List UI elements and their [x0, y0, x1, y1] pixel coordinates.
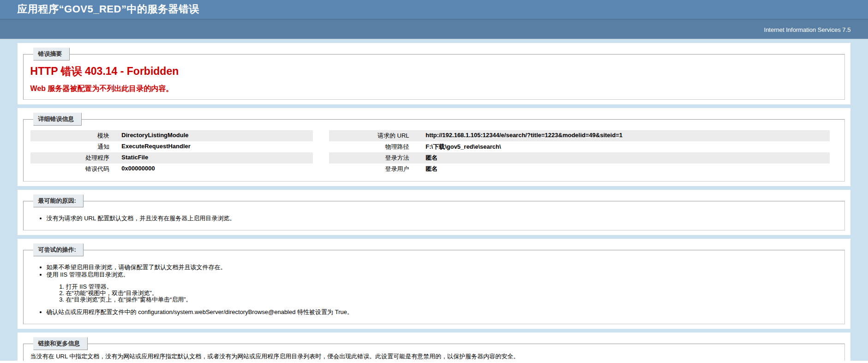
links-more-info-section: 链接和更多信息 当没有在 URL 中指定文档，没有为网站或应用程序指定默认文档，… [18, 333, 851, 363]
action-text: 如果不希望启用目录浏览，请确保配置了默认文档并且该文件存在。 [47, 264, 227, 271]
step-item: 在“目录浏览”页上，在“操作”窗格中单击“启用”。 [66, 296, 838, 303]
detail-value: 匿名 [419, 152, 830, 163]
things-to-try-legend: 可尝试的操作: [33, 243, 84, 256]
detailed-error-fieldset: 详细错误信息 模块 DirectoryListingModule 通知 Exec… [23, 113, 845, 182]
detail-label: 物理路径 [329, 141, 419, 152]
server-version-bar: Internet Information Services 7.5 [0, 19, 868, 39]
detail-value: ExecuteRequestHandler [115, 141, 313, 152]
table-row: 通知 ExecuteRequestHandler [30, 141, 313, 152]
http-error-title: HTTP 错误 403.14 - Forbidden [30, 64, 838, 79]
causes-list: 没有为请求的 URL 配置默认文档，并且没有在服务器上启用目录浏览。 [33, 215, 838, 222]
detail-label: 错误代码 [30, 163, 115, 175]
more-info-paragraph: 当没有在 URL 中指定文档，没有为网站或应用程序指定默认文档，或者没有为网站或… [30, 353, 838, 360]
details-left-column: 模块 DirectoryListingModule 通知 ExecuteRequ… [30, 128, 313, 176]
detail-value: F:\下载\gov5_red\e\search\ [419, 141, 830, 152]
things-to-try-fieldset: 可尝试的操作: 如果不希望启用目录浏览，请确保配置了默认文档并且该文件存在。 使… [23, 243, 845, 324]
details-right-table: 请求的 URL http://192.168.1.105:12344/e/sea… [329, 130, 830, 175]
page-title: 应用程序“GOV5_RED”中的服务器错误 [18, 2, 851, 16]
detail-label: 通知 [30, 141, 115, 152]
table-row: 处理程序 StaticFile [30, 152, 313, 163]
bottom-edge-strip [0, 361, 868, 363]
page-header: 应用程序“GOV5_RED”中的服务器错误 [0, 0, 868, 19]
error-summary-fieldset: 错误摘要 HTTP 错误 403.14 - Forbidden Web 服务器被… [23, 48, 845, 100]
detail-label: 处理程序 [30, 152, 115, 163]
steps-list: 打开 IIS 管理器。 在“功能”视图中，双击“目录浏览”。 在“目录浏览”页上… [47, 284, 838, 303]
step-item: 在“功能”视图中，双击“目录浏览”。 [66, 290, 838, 296]
detail-value: StaticFile [115, 152, 313, 163]
action-text: 确认站点或应用程序配置文件中的 configuration/system.web… [47, 309, 353, 315]
detail-value: http://192.168.1.105:12344/e/search/?tit… [419, 130, 830, 141]
details-left-table: 模块 DirectoryListingModule 通知 ExecuteRequ… [30, 130, 313, 175]
server-version-label: Internet Information Services 7.5 [764, 26, 851, 33]
list-item: 如果不希望启用目录浏览，请确保配置了默认文档并且该文件存在。 [47, 264, 838, 271]
table-row: 模块 DirectoryListingModule [30, 130, 313, 141]
likely-causes-section: 最可能的原因: 没有为请求的 URL 配置默认文档，并且没有在服务器上启用目录浏… [18, 190, 851, 235]
error-description: Web 服务器被配置为不列出此目录的内容。 [30, 84, 838, 94]
list-item: 使用 IIS 管理器启用目录浏览。 打开 IIS 管理器。 在“功能”视图中，双… [47, 271, 838, 303]
content-area: 错误摘要 HTTP 错误 403.14 - Forbidden Web 服务器被… [0, 43, 868, 363]
table-row: 请求的 URL http://192.168.1.105:12344/e/sea… [329, 130, 830, 141]
detail-value: DirectoryListingModule [115, 130, 313, 141]
table-row: 错误代码 0x00000000 [30, 163, 313, 175]
table-row: 物理路径 F:\下载\gov5_red\e\search\ [329, 141, 830, 152]
error-summary-legend: 错误摘要 [33, 48, 70, 60]
detail-label: 请求的 URL [329, 130, 419, 141]
things-to-try-section: 可尝试的操作: 如果不希望启用目录浏览，请确保配置了默认文档并且该文件存在。 使… [18, 239, 851, 329]
likely-causes-legend: 最可能的原因: [33, 194, 84, 207]
table-row: 登录用户 匿名 [329, 163, 830, 175]
detailed-error-section: 详细错误信息 模块 DirectoryListingModule 通知 Exec… [18, 108, 851, 186]
step-item: 打开 IIS 管理器。 [66, 284, 838, 290]
links-more-info-fieldset: 链接和更多信息 当没有在 URL 中指定文档，没有为网站或应用程序指定默认文档，… [23, 337, 845, 363]
list-item: 没有为请求的 URL 配置默认文档，并且没有在服务器上启用目录浏览。 [47, 215, 838, 222]
actions-list: 如果不希望启用目录浏览，请确保配置了默认文档并且该文件存在。 使用 IIS 管理… [33, 264, 838, 315]
detailed-error-legend: 详细错误信息 [33, 113, 82, 126]
detail-value: 0x00000000 [115, 163, 313, 175]
detail-label: 模块 [30, 130, 115, 141]
detail-label: 登录方法 [329, 152, 419, 163]
likely-causes-fieldset: 最可能的原因: 没有为请求的 URL 配置默认文档，并且没有在服务器上启用目录浏… [23, 194, 845, 230]
action-text: 使用 IIS 管理器启用目录浏览。 [47, 271, 129, 278]
detail-value: 匿名 [419, 163, 830, 175]
detail-label: 登录用户 [329, 163, 419, 175]
list-item: 确认站点或应用程序配置文件中的 configuration/system.web… [47, 309, 838, 315]
error-summary-section: 错误摘要 HTTP 错误 403.14 - Forbidden Web 服务器被… [18, 43, 851, 104]
links-more-info-legend: 链接和更多信息 [33, 337, 88, 350]
details-right-column: 请求的 URL http://192.168.1.105:12344/e/sea… [329, 128, 830, 176]
table-row: 登录方法 匿名 [329, 152, 830, 163]
